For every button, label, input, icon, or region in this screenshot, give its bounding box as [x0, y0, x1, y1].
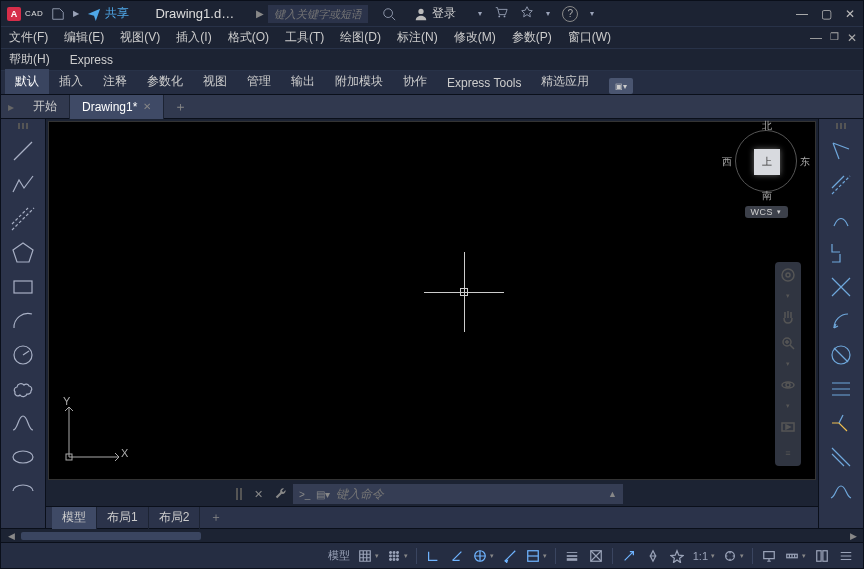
layout-tab-add[interactable]: ＋: [200, 509, 232, 526]
mdi-restore-button[interactable]: ❐: [830, 31, 839, 45]
tool-offset[interactable]: [822, 441, 860, 473]
command-input[interactable]: [336, 487, 602, 501]
menu-modify[interactable]: 修改(M): [454, 29, 496, 46]
menu-tools[interactable]: 工具(T): [285, 29, 324, 46]
status-ortho-button[interactable]: [422, 546, 444, 566]
status-grid-button[interactable]: ▾: [355, 546, 382, 566]
command-history-icon[interactable]: ▤▾: [316, 489, 330, 500]
command-input-box[interactable]: >_ ▤▾ ▲: [293, 484, 623, 504]
nav-orbit-icon[interactable]: [779, 376, 797, 394]
ribbon-tab-express[interactable]: Express Tools: [437, 72, 531, 94]
tool-stretch[interactable]: [822, 203, 860, 235]
layout-tab-1[interactable]: 布局1: [97, 507, 149, 529]
status-polar-button[interactable]: [446, 546, 468, 566]
status-customize-button[interactable]: [835, 546, 857, 566]
menu-parametric[interactable]: 参数(P): [512, 29, 552, 46]
scroll-thumb[interactable]: [21, 532, 201, 540]
status-annotation-monitor-button[interactable]: [758, 546, 780, 566]
tool-ellipse[interactable]: [4, 441, 42, 473]
status-scale-button[interactable]: 1:1▾: [690, 546, 718, 566]
status-otrack-button[interactable]: [499, 546, 521, 566]
search-input[interactable]: [268, 5, 368, 23]
menu-dimension[interactable]: 标注(N): [397, 29, 438, 46]
command-expand-icon[interactable]: ▲: [608, 489, 617, 499]
tool-rotate[interactable]: [822, 237, 860, 269]
tool-trim[interactable]: [822, 339, 860, 371]
doctab-close-icon[interactable]: ✕: [143, 101, 151, 112]
mdi-minimize-button[interactable]: —: [810, 31, 822, 45]
tool-move[interactable]: [822, 135, 860, 167]
doctab-start[interactable]: 开始: [21, 95, 70, 119]
maximize-button[interactable]: ▢: [819, 7, 833, 21]
horizontal-scrollbar[interactable]: ◀ ▶: [1, 528, 863, 542]
nav-wheel-icon[interactable]: [779, 266, 797, 284]
app-dropdown-icon[interactable]: ▾: [546, 9, 550, 18]
wcs-toggle[interactable]: WCS▾: [745, 206, 788, 218]
drawing-canvas[interactable]: X Y 北 南 西 东 上 WCS▾ ▾: [48, 121, 816, 480]
tool-mirror[interactable]: [822, 271, 860, 303]
status-workspace-button[interactable]: ▾: [720, 546, 747, 566]
toolbar-grip[interactable]: [4, 123, 42, 131]
status-annovisibility-button[interactable]: [666, 546, 688, 566]
tool-array[interactable]: [822, 475, 860, 507]
search-icon[interactable]: [382, 7, 396, 21]
tool-line[interactable]: [4, 135, 42, 167]
scroll-left-icon[interactable]: ◀: [5, 531, 17, 541]
close-button[interactable]: ✕: [843, 7, 857, 21]
nav-zoom-dropdown[interactable]: ▾: [779, 360, 797, 368]
status-transparency-button[interactable]: [585, 546, 607, 566]
tool-ellipse-arc[interactable]: [4, 475, 42, 507]
ribbon-tab-output[interactable]: 输出: [281, 69, 325, 94]
app-logo-a[interactable]: A: [7, 7, 21, 21]
mdi-close-button[interactable]: ✕: [847, 31, 857, 45]
menu-insert[interactable]: 插入(I): [176, 29, 211, 46]
nav-orbit-dropdown[interactable]: ▾: [779, 402, 797, 410]
nav-pan-icon[interactable]: [779, 308, 797, 326]
ribbon-tab-featured[interactable]: 精选应用: [531, 69, 599, 94]
status-units-button[interactable]: ▾: [782, 546, 809, 566]
viewcube-north[interactable]: 北: [762, 119, 772, 133]
status-annoscale-button[interactable]: [642, 546, 664, 566]
tool-polyline[interactable]: [4, 169, 42, 201]
viewcube-east[interactable]: 东: [800, 155, 810, 169]
nav-showmotion-icon[interactable]: [779, 418, 797, 436]
ribbon-tab-addon[interactable]: 附加模块: [325, 69, 393, 94]
status-quickprops-button[interactable]: [811, 546, 833, 566]
doctab-pin-icon[interactable]: ▸: [1, 100, 21, 114]
scroll-right-icon[interactable]: ▶: [847, 531, 859, 541]
tool-arc[interactable]: [4, 305, 42, 337]
ribbon-tab-default[interactable]: 默认: [5, 69, 49, 94]
app-store-icon[interactable]: [520, 5, 534, 22]
ribbon-tab-insert[interactable]: 插入: [49, 69, 93, 94]
viewcube-south[interactable]: 南: [762, 189, 772, 203]
menu-file[interactable]: 文件(F): [9, 29, 48, 46]
status-osnap-button[interactable]: ▾: [523, 546, 550, 566]
tool-xline[interactable]: [4, 203, 42, 235]
menu-view[interactable]: 视图(V): [120, 29, 160, 46]
login-button[interactable]: 登录: [414, 5, 456, 22]
command-close-icon[interactable]: ✕: [248, 488, 269, 501]
tool-circle[interactable]: [4, 339, 42, 371]
menu-format[interactable]: 格式(O): [228, 29, 269, 46]
layout-tab-2[interactable]: 布局2: [149, 507, 201, 529]
cart-icon[interactable]: [494, 5, 508, 22]
status-modelspace[interactable]: 模型: [325, 546, 353, 566]
tool-spline[interactable]: [4, 407, 42, 439]
ribbon-tab-parametric[interactable]: 参数化: [137, 69, 193, 94]
share-button[interactable]: 共享: [87, 5, 129, 22]
tool-scale[interactable]: [822, 305, 860, 337]
help-icon[interactable]: ?: [562, 6, 578, 22]
view-cube[interactable]: 北 南 西 东 上 WCS▾: [731, 130, 801, 218]
tool-revcloud[interactable]: [4, 373, 42, 405]
doctab-drawing[interactable]: Drawing1* ✕: [70, 95, 164, 119]
toolbar-grip-r[interactable]: [822, 123, 860, 131]
viewcube-face-top[interactable]: 上: [754, 149, 780, 175]
menu-draw[interactable]: 绘图(D): [340, 29, 381, 46]
doctab-add-button[interactable]: ＋: [164, 98, 197, 116]
command-customize-icon[interactable]: [269, 487, 293, 502]
menu-express[interactable]: Express: [70, 53, 113, 67]
tool-fillet[interactable]: [822, 407, 860, 439]
login-dropdown-icon[interactable]: ▾: [478, 9, 482, 18]
menu-help[interactable]: 帮助(H): [9, 51, 50, 68]
help-dropdown-icon[interactable]: ▾: [590, 9, 594, 18]
